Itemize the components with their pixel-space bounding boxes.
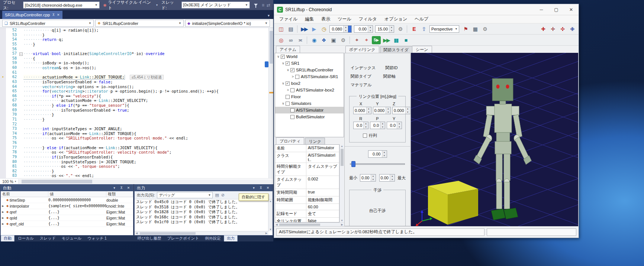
property-value[interactable]: 能動制御期間	[306, 196, 339, 203]
translate-cube-icon[interactable]: ❖	[319, 36, 328, 45]
code-line[interactable]: 72	[0, 122, 273, 127]
tab-スレッド[interactable]: スレッド	[37, 235, 58, 241]
link-pair-icon[interactable]: ∞	[286, 36, 295, 45]
breakpoint-gutter[interactable]	[0, 94, 6, 99]
joint-angle-spinbox[interactable]: 0.00▲▼	[368, 150, 387, 158]
property-value[interactable]: 全て	[306, 210, 339, 217]
yaw-spinbox[interactable]: 0.0▲▼	[387, 122, 402, 129]
tree-item-BulletSimulator[interactable]: BulletSimulator	[275, 113, 344, 120]
scrollbar-thumb[interactable]	[279, 224, 320, 226]
property-row[interactable]: 60.00	[275, 204, 339, 210]
output-vertical-scrollbar[interactable]: ▲ ▼	[268, 199, 273, 231]
layers-icon[interactable]: ▣	[329, 36, 338, 45]
window-menu-icon[interactable]: ▾	[251, 186, 256, 190]
editor-horizontal-scrollbar[interactable]	[19, 179, 273, 184]
joint-angle-slider[interactable]	[350, 161, 405, 167]
column-name[interactable]: 名前	[1, 191, 48, 197]
close-panel-icon[interactable]: ✕	[126, 186, 131, 190]
item-checkbox[interactable]	[290, 88, 294, 92]
close-panel-icon[interactable]: ✕	[265, 186, 270, 190]
code-line[interactable]: 73········int·inputStateTypes·=·JOINT_AN…	[0, 126, 273, 131]
output-title-bar[interactable]: 出力 ▾ ⊼ ✕	[135, 185, 273, 191]
tab-オプション[interactable]: オプション	[381, 15, 411, 23]
tree-item-SR1LiftupController[interactable]: ∨✓SR1LiftupController	[275, 67, 344, 73]
tree-item-SR1[interactable]: ∨✓SR1	[275, 60, 344, 67]
autos-title-bar[interactable]: 自動 ▾ ⊼ ✕	[1, 185, 133, 191]
tab-ヘルプ[interactable]: ヘルプ	[411, 15, 432, 23]
item-checkbox[interactable]	[290, 115, 294, 119]
property-row[interactable]: 名前AISTSimulator	[275, 145, 339, 152]
text-panel-icon[interactable]: ▤	[286, 25, 295, 33]
property-value[interactable]: 60.00	[306, 204, 339, 210]
tree-item-Floor[interactable]: Floor	[275, 93, 344, 100]
scroll-right-icon[interactable]: ▶	[264, 231, 268, 235]
breakpoint-gutter[interactable]	[0, 136, 6, 141]
breakpoint-gutter[interactable]	[0, 155, 6, 160]
breakpoint-gutter[interactable]	[0, 103, 6, 108]
tab-表示[interactable]: 表示	[318, 15, 334, 23]
expander-icon[interactable]: >	[291, 75, 295, 78]
code-line[interactable]: 59········ioBody·=·io->body();	[0, 61, 273, 65]
tab-items[interactable]: アイテム	[276, 46, 300, 53]
property-value[interactable]: AISTSimulatorIt..	[306, 152, 339, 163]
code-line[interactable]: 66············if(*p·==·"velocity"){	[0, 94, 273, 99]
breakpoint-gutter[interactable]	[0, 150, 6, 155]
breakpoint-gutter[interactable]	[0, 98, 6, 103]
world-icon[interactable]: ◉	[309, 36, 318, 45]
title-bar[interactable]: C SR1Liftup - Choreonoid ─ ▢ ✕	[274, 4, 579, 15]
magnifier-scene-icon[interactable]: ⌖	[362, 36, 371, 45]
body-axis-icon[interactable]: ✙	[567, 25, 576, 33]
tab-モジュール[interactable]: モジュール	[59, 235, 84, 241]
scrollbar-thumb[interactable]	[140, 232, 196, 235]
lifecycle-events-button[interactable]: ◉ ライフサイクル イベント ▾	[102, 0, 159, 12]
watch-row[interactable]: ▶◆interpolator{samples={ size=0x00000000…	[1, 203, 133, 209]
play-icon[interactable]: ▶	[309, 25, 318, 33]
breakpoint-gutter[interactable]	[0, 70, 6, 75]
code-line[interactable]: 54········return·q;	[0, 37, 273, 42]
item-checkbox[interactable]: ✓	[281, 55, 285, 59]
method-combo[interactable]: ◆ initialize(SimpleControllerIO * io) ▼	[185, 20, 270, 27]
resume-simulation-icon[interactable]: ▶▶	[382, 36, 391, 45]
flag-thread-icon[interactable]: ⇄	[267, 3, 270, 8]
slider-handle[interactable]	[351, 161, 355, 167]
expander-icon[interactable]: ∨	[276, 55, 280, 58]
breakpoint-gutter[interactable]: ➤	[0, 75, 6, 80]
property-value[interactable]: 0.002	[306, 176, 339, 189]
breakpoint-gutter[interactable]	[0, 131, 6, 136]
scrollbar-thumb[interactable]	[22, 180, 92, 183]
code-line[interactable]: ➤62········actuationMode·=·Link::JOINT_T…	[0, 75, 273, 80]
scroll-down-icon[interactable]: ▼	[268, 228, 273, 231]
camera-flag-icon[interactable]: ⚑	[461, 25, 470, 33]
code-line[interactable]: 56	[0, 47, 273, 52]
body-pose-icon[interactable]: ✛	[548, 25, 557, 33]
tab-ブレークポイント[interactable]: ブレークポイント	[165, 235, 202, 241]
property-row[interactable]: 時間分解能タイプタイムステップ	[275, 163, 339, 176]
breakpoint-gutter[interactable]	[0, 42, 6, 47]
watch-row[interactable]: ◆timeStep0.00000000000000000double	[1, 197, 133, 203]
item-checkbox[interactable]: ✓	[290, 68, 294, 72]
watch-row[interactable]: ▶◆qold{...}Eigen::Mat	[1, 215, 133, 221]
expander-icon[interactable]: ∨	[281, 81, 285, 85]
output-source-combo[interactable]: デバッグ ▼	[157, 192, 213, 198]
code-editor[interactable]: 52············q[i]·=·radian(q[i]);53····…	[0, 28, 273, 178]
projection-combo[interactable]: Perspective▼	[429, 25, 459, 33]
code-line[interactable]: 82············}	[0, 169, 273, 174]
property-value[interactable]: タイムステップ	[306, 163, 339, 176]
tree-item-box2[interactable]: ∨✓box2	[275, 80, 344, 87]
property-vertical-scrollbar[interactable]: ▲ ▼	[339, 144, 344, 222]
item-tree-view[interactable]: ∨✓World∨✓SR1∨✓SR1LiftupController>AISTSi…	[275, 53, 344, 137]
time-bar-icon[interactable]: ◫	[276, 25, 285, 33]
scrollbar-thumb[interactable]	[341, 149, 344, 166]
code-line[interactable]: 60········ostream&·os·=·io->os();	[0, 65, 273, 70]
tab-関節スライダ[interactable]: 関節スライダ	[380, 46, 412, 53]
tree-item-Simulators[interactable]: ∨Simulators	[275, 100, 344, 107]
tree-item-AISTSimulator[interactable]: AISTSimulator	[275, 107, 344, 113]
breakpoint-gutter[interactable]	[0, 37, 6, 42]
tab-ローカル[interactable]: ローカル	[15, 235, 36, 241]
property-row[interactable]: クラスAISTSimulatorIt..	[275, 152, 339, 163]
expander-icon[interactable]: >	[286, 88, 290, 92]
code-line[interactable]: 76	[0, 141, 273, 145]
wire-mode-icon[interactable]: ≍	[296, 36, 305, 45]
property-row[interactable]: タイムステップ0.002	[275, 176, 339, 189]
editor-vertical-scrollbar[interactable]	[268, 28, 273, 178]
